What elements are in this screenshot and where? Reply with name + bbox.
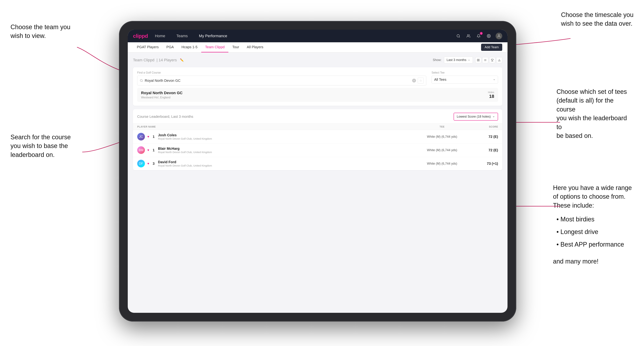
player-name-1: Josh Coles — [158, 133, 212, 137]
leaderboard-header: Course Leaderboard, Last 3 months Lowest… — [133, 109, 502, 124]
player-avatar-3: DF — [137, 160, 145, 168]
settings-icon-btn[interactable] — [486, 33, 492, 39]
rank-1: 1 — [152, 135, 156, 139]
people-icon-btn[interactable] — [465, 33, 472, 39]
timescale-dropdown[interactable]: Last 3 months — [444, 57, 473, 63]
player-details-1: Josh Coles Royal North Devon Golf Club, … — [158, 133, 212, 140]
nav-link-myperformance[interactable]: My Performance — [199, 34, 227, 38]
tee-dropdown[interactable]: All Tees — [432, 76, 498, 84]
player-info-3: DF ♥ 3 David Ford Royal North Devon Golf… — [137, 160, 414, 168]
course-result: Royal North Devon GC Westward Ho!, Engla… — [137, 88, 498, 102]
player-score-2: 72 (E) — [470, 148, 498, 152]
bell-icon-btn[interactable]: 1 — [475, 33, 482, 39]
favorite-button[interactable]: ☆ — [418, 78, 424, 84]
tablet-frame: clippd Home Teams My Performance 1 — [119, 21, 516, 322]
player-club-3: Royal North Devon Golf Club, United King… — [158, 164, 212, 167]
view-icons — [475, 57, 502, 63]
tee-label: Select Tee — [432, 71, 498, 74]
course-search-input[interactable] — [145, 79, 410, 83]
player-name-3: David Ford — [158, 160, 212, 164]
nav-logo: clippd — [133, 33, 148, 39]
subnav-teamclippd[interactable]: Team Clippd — [201, 42, 228, 52]
player-club-2: Royal North Devon Golf Club, United King… — [158, 151, 212, 154]
subnav-tour[interactable]: Tour — [228, 42, 243, 52]
nav-bar: clippd Home Teams My Performance 1 — [128, 30, 508, 42]
annotation-options-text: Here you have a wide range of options to… — [553, 183, 634, 210]
tablet-screen: clippd Home Teams My Performance 1 — [128, 30, 508, 313]
annotation-course-search: Search for the courseyou wish to base th… — [10, 133, 71, 159]
player-name-2: Blair McHarg — [158, 147, 212, 151]
svg-rect-7 — [477, 60, 478, 61]
subnav-pgat[interactable]: PGAT Players — [133, 42, 162, 52]
user-avatar[interactable] — [496, 33, 502, 39]
bell-badge: 1 — [480, 32, 483, 35]
holes-number: 18 — [488, 94, 494, 99]
sub-nav: PGAT Players PGA Hcaps 1-5 Team Clippd T… — [128, 42, 508, 52]
add-team-button[interactable]: Add Team — [481, 44, 502, 51]
subnav-allplayers[interactable]: All Players — [243, 42, 267, 52]
edit-icon[interactable]: ✏️ — [180, 58, 184, 62]
subnav-pga[interactable]: PGA — [162, 42, 178, 52]
tee-value: All Tees — [434, 78, 446, 82]
heart-icon-2[interactable]: ♥ — [147, 148, 149, 152]
leaderboard-section: Course Leaderboard, Last 3 months Lowest… — [133, 109, 502, 170]
annotation-search-text: Search for the courseyou wish to base th… — [10, 134, 71, 158]
holes-label: Holes — [488, 91, 494, 94]
score-type-dropdown[interactable]: Lowest Score (18 holes) — [454, 113, 498, 121]
list-view-icon[interactable] — [482, 57, 488, 63]
subnav-hcaps[interactable]: Hcaps 1-5 — [178, 42, 201, 52]
col-player: PLAYER NAME — [137, 125, 414, 128]
heart-icon-3[interactable]: ♥ — [147, 162, 149, 166]
course-location: Westward Ho!, England — [141, 96, 182, 99]
svg-rect-8 — [478, 60, 479, 61]
player-info-1: JC ♥ 1 Josh Coles Royal North Devon Golf… — [137, 133, 414, 141]
player-score-1: 72 (E) — [470, 135, 498, 139]
nav-link-teams[interactable]: Teams — [176, 34, 188, 38]
grid-view-icon[interactable] — [475, 57, 481, 63]
svg-point-2 — [468, 35, 469, 36]
show-controls: Show: Last 3 months — [433, 57, 502, 63]
course-name: Royal North Devon GC — [141, 91, 182, 95]
search-icon — [140, 79, 143, 82]
annotation-choose-team: Choose the team youwish to view. — [10, 23, 70, 40]
player-tee-3: White (M) (6,744 yds) — [414, 162, 470, 166]
svg-point-4 — [498, 35, 500, 36]
annotation-tee-text: Choose which set of tees(default is all)… — [556, 88, 627, 139]
search-label: Find a Golf Course — [137, 71, 426, 74]
download-icon[interactable] — [496, 57, 502, 63]
annotation-tee-select: Choose which set of tees(default is all)… — [556, 87, 634, 140]
heart-icon-1[interactable]: ♥ — [147, 135, 149, 139]
col-tee: TEE — [414, 125, 470, 128]
holes-box: Holes 18 — [488, 91, 494, 99]
player-details-2: Blair McHarg Royal North Devon Golf Club… — [158, 147, 212, 154]
annotation-options: Here you have a wide range of options to… — [553, 183, 634, 266]
player-count: | 14 Players — [156, 58, 177, 62]
search-icon-btn[interactable] — [455, 33, 462, 39]
timescale-value: Last 3 months — [446, 58, 466, 62]
player-info-2: BM ♥ 1 Blair McHarg Royal North Devon Go… — [137, 146, 414, 154]
annotation-timescale: Choose the timescale youwish to see the … — [561, 10, 634, 28]
tee-select-col: Select Tee All Tees — [432, 71, 498, 84]
nav-icons: 1 — [455, 33, 502, 39]
course-search-wrap: × ☆ — [137, 76, 426, 85]
nav-link-home[interactable]: Home — [155, 34, 165, 38]
player-club-1: Royal North Devon Golf Club, United King… — [158, 137, 212, 140]
score-option-value: Lowest Score (18 holes) — [457, 115, 491, 119]
search-card: Find a Golf Course × ☆ Select Tee All Te… — [133, 67, 502, 106]
course-search-col: Find a Golf Course × ☆ — [137, 71, 426, 85]
svg-point-13 — [140, 79, 142, 81]
svg-rect-5 — [477, 59, 478, 60]
player-tee-1: White (M) (6,744 yds) — [414, 135, 470, 139]
clear-search-button[interactable]: × — [412, 79, 416, 82]
option-app: • Best APP performance — [556, 238, 634, 251]
player-avatar-1: JC — [137, 133, 145, 141]
leaderboard-title: Course Leaderboard, Last 3 months — [137, 115, 193, 119]
option-drive: • Longest drive — [556, 226, 634, 238]
player-score-3: 73 (+1) — [470, 162, 498, 166]
player-avatar-2: BM — [137, 146, 145, 154]
leaderboard-subtitle: Last 3 months — [171, 115, 194, 119]
svg-point-1 — [457, 35, 460, 37]
trophy-view-icon[interactable] — [489, 57, 495, 63]
course-info: Royal North Devon GC Westward Ho!, Engla… — [141, 91, 182, 99]
sub-nav-links: PGAT Players PGA Hcaps 1-5 Team Clippd T… — [133, 42, 481, 52]
